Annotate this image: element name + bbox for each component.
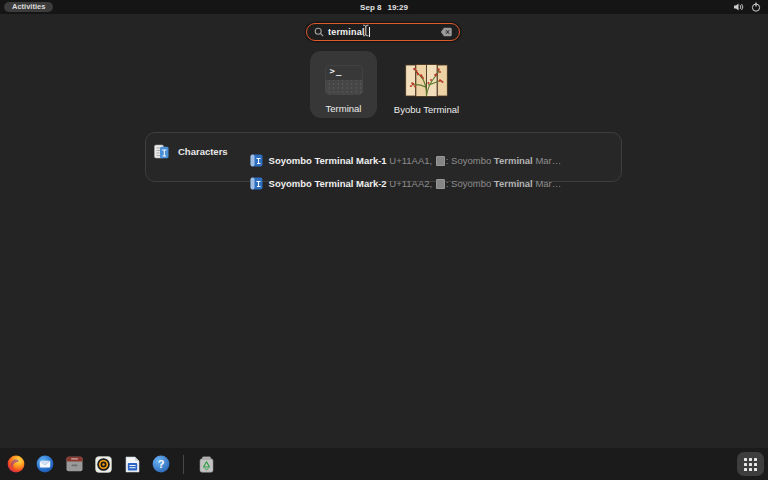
dock-item-libreoffice-writer[interactable] <box>123 455 141 473</box>
dock-separator <box>183 455 184 474</box>
activities-button[interactable]: Activities <box>4 2 53 12</box>
clear-search-icon[interactable] <box>440 27 452 37</box>
terminal-prompt-glyph: >_ <box>330 66 343 76</box>
rhythmbox-icon <box>95 456 112 473</box>
dock-item-trash[interactable] <box>197 455 215 473</box>
libreoffice-writer-icon <box>124 456 140 473</box>
missing-glyph-box <box>436 179 445 189</box>
show-applications-button[interactable] <box>737 452 764 476</box>
character-codepoint: U+11AA2, <box>387 178 435 189</box>
provider-label: Characters <box>178 146 228 157</box>
dock-item-files[interactable] <box>65 455 83 473</box>
top-bar: Activities Sep 8 19:29 <box>0 0 768 14</box>
clock-time: 19:29 <box>387 3 407 12</box>
dock-item-help[interactable]: ? <box>152 455 170 473</box>
search-input[interactable]: terminal <box>306 23 460 41</box>
app-label: Terminal <box>326 103 362 114</box>
trash-icon <box>199 456 214 473</box>
volume-icon <box>733 2 744 12</box>
clock-button[interactable]: Sep 8 19:29 <box>360 3 408 12</box>
characters-provider-button[interactable]: Characters <box>154 144 228 159</box>
mouse-ibeam-cursor <box>362 24 370 37</box>
search-query-text: terminal <box>328 27 365 37</box>
byobu-terminal-app-icon <box>405 64 448 97</box>
files-icon <box>66 456 83 472</box>
dock: ? <box>0 448 768 480</box>
character-glyph-icon <box>250 177 263 190</box>
power-icon <box>751 2 761 12</box>
help-icon: ? <box>152 455 170 473</box>
app-result-terminal[interactable]: >_ Terminal <box>310 51 377 118</box>
thunderbird-icon <box>36 455 54 473</box>
svg-text:?: ? <box>158 458 165 470</box>
app-result-byobu-terminal[interactable]: Byobu Terminal <box>393 51 460 118</box>
dock-item-thunderbird[interactable] <box>36 455 54 473</box>
search-icon <box>314 27 324 37</box>
characters-results-panel: Characters Soyombo Terminal Mark-1 U+11A… <box>145 132 622 182</box>
dock-item-rhythmbox[interactable] <box>94 455 112 473</box>
character-result-row[interactable]: Soyombo Terminal Mark-2 U+11AA2, : Soyom… <box>239 164 561 177</box>
firefox-icon <box>7 455 25 473</box>
character-desc: : Soyombo <box>446 178 494 189</box>
characters-app-icon <box>154 144 169 159</box>
character-desc-match: Terminal <box>494 178 533 189</box>
app-label: Byobu Terminal <box>394 104 459 115</box>
character-desc-ellipsis: Mar… <box>533 178 562 189</box>
dock-item-firefox[interactable] <box>7 455 25 473</box>
system-status-area[interactable] <box>733 2 761 12</box>
character-result-row[interactable]: Soyombo Terminal Mark-1 U+11AA1, : Soyom… <box>239 141 561 154</box>
clock-date: Sep 8 <box>360 3 381 12</box>
character-name: Soyombo Terminal Mark-2 <box>269 178 387 189</box>
terminal-app-icon: >_ <box>325 65 363 95</box>
